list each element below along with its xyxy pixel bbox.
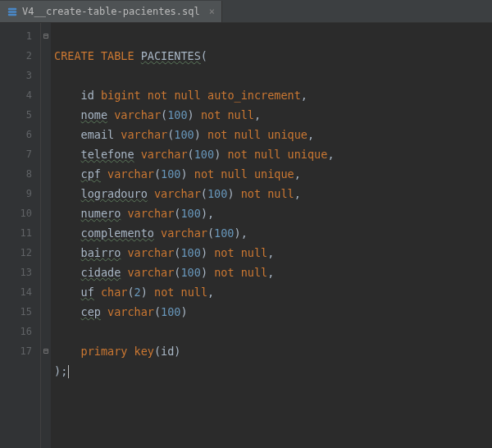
code-line: telefone varchar(100) not null unique, bbox=[54, 148, 335, 161]
fold-open-icon[interactable]: ⊟ bbox=[41, 26, 51, 46]
svg-rect-1 bbox=[8, 11, 17, 13]
line-number-gutter: 1 2 3 4 5 6 7 8 9 10 11 12 13 14 15 16 1… bbox=[0, 23, 41, 448]
code-line: complemento varchar(100), bbox=[54, 226, 248, 240]
text-cursor bbox=[68, 365, 69, 378]
line-number: 12 bbox=[0, 243, 40, 263]
svg-rect-0 bbox=[8, 7, 17, 10]
tab-filename: V4__create-table-pacientes.sql bbox=[22, 6, 200, 17]
line-number: 3 bbox=[0, 66, 40, 85]
line-number: 8 bbox=[0, 164, 40, 184]
fold-close-icon[interactable]: ⊟ bbox=[41, 341, 51, 361]
line-number: 10 bbox=[0, 203, 40, 223]
code-line: ); bbox=[54, 364, 69, 377]
code-line: cidade varchar(100) not null, bbox=[54, 266, 274, 279]
line-number: 5 bbox=[0, 105, 40, 125]
close-icon[interactable]: × bbox=[209, 6, 215, 17]
line-number: 6 bbox=[0, 125, 40, 144]
line-number: 7 bbox=[0, 144, 40, 164]
code-line: logradouro varchar(100) not null, bbox=[54, 187, 301, 200]
code-line: cep varchar(100) bbox=[54, 305, 188, 318]
code-line bbox=[54, 325, 61, 338]
line-number: 11 bbox=[0, 223, 40, 243]
file-tab[interactable]: V4__create-table-pacientes.sql × bbox=[0, 1, 222, 22]
line-number: 2 bbox=[0, 46, 40, 66]
code-line: numero varchar(100), bbox=[54, 207, 214, 220]
code-line: uf char(2) not null, bbox=[54, 286, 214, 299]
line-number: 13 bbox=[0, 263, 40, 282]
fold-gutter: ⊟ ⊟ bbox=[41, 23, 51, 448]
code-line: email varchar(100) not null unique, bbox=[54, 128, 314, 141]
line-number: 16 bbox=[0, 322, 40, 341]
line-number: 1 bbox=[0, 26, 40, 46]
code-line: id bigint not null auto_increment, bbox=[54, 89, 308, 102]
line-number: 4 bbox=[0, 85, 40, 105]
line-number: 15 bbox=[0, 302, 40, 322]
line-number: 14 bbox=[0, 282, 40, 302]
tab-bar: V4__create-table-pacientes.sql × bbox=[0, 0, 492, 23]
editor[interactable]: 1 2 3 4 5 6 7 8 9 10 11 12 13 14 15 16 1… bbox=[0, 23, 492, 448]
code-line bbox=[54, 69, 61, 82]
sql-file-icon bbox=[7, 6, 18, 17]
code-line: primary key(id) bbox=[54, 345, 181, 358]
code-area[interactable]: CREATE TABLE PACIENTES( id bigint not nu… bbox=[51, 23, 492, 448]
svg-rect-2 bbox=[8, 13, 17, 16]
line-number: 9 bbox=[0, 184, 40, 203]
line-number: 17 bbox=[0, 341, 40, 361]
code-line: bairro varchar(100) not null, bbox=[54, 246, 274, 259]
code-line: cpf varchar(100) not null unique, bbox=[54, 167, 301, 181]
code-line: nome varchar(100) not null, bbox=[54, 108, 261, 121]
code-line: CREATE TABLE PACIENTES( bbox=[54, 49, 207, 62]
